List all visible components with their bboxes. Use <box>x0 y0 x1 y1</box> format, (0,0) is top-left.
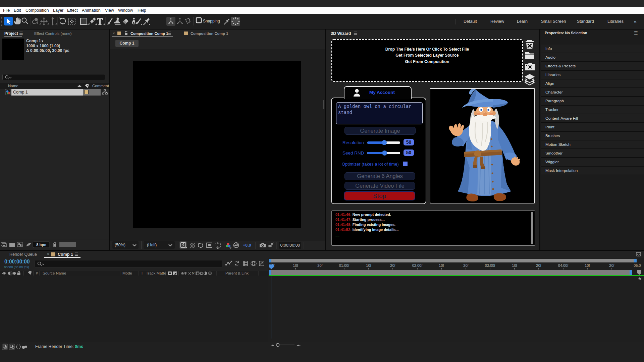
svg-text:#: # <box>36 272 38 275</box>
svg-text:20f: 20f <box>463 263 469 267</box>
svg-text:fx: fx <box>192 272 195 275</box>
svg-text:10f: 10f <box>439 263 444 267</box>
svg-text:8 bpc: 8 bpc <box>36 243 47 247</box>
svg-text:03:00f: 03:00f <box>485 263 496 267</box>
svg-text:02:00f: 02:00f <box>412 263 423 267</box>
svg-text:Snapping: Snapping <box>203 19 220 23</box>
svg-text:20f: 20f <box>390 263 395 267</box>
svg-text:20f: 20f <box>536 263 541 267</box>
svg-text:10f: 10f <box>512 263 517 267</box>
svg-text:01:00f: 01:00f <box>339 263 350 267</box>
svg-text:20f: 20f <box>609 263 614 267</box>
svg-text:10f: 10f <box>366 263 371 267</box>
svg-text:10f: 10f <box>585 263 590 267</box>
svg-text:10f: 10f <box>293 263 298 267</box>
svg-text:04:00f: 04:00f <box>558 263 569 267</box>
svg-text:+0.0: +0.0 <box>243 243 251 248</box>
svg-text:20f: 20f <box>317 263 323 267</box>
svg-text:05:0: 05:0 <box>634 263 641 267</box>
svg-text:0:00:00:00: 0:00:00:00 <box>280 243 300 248</box>
